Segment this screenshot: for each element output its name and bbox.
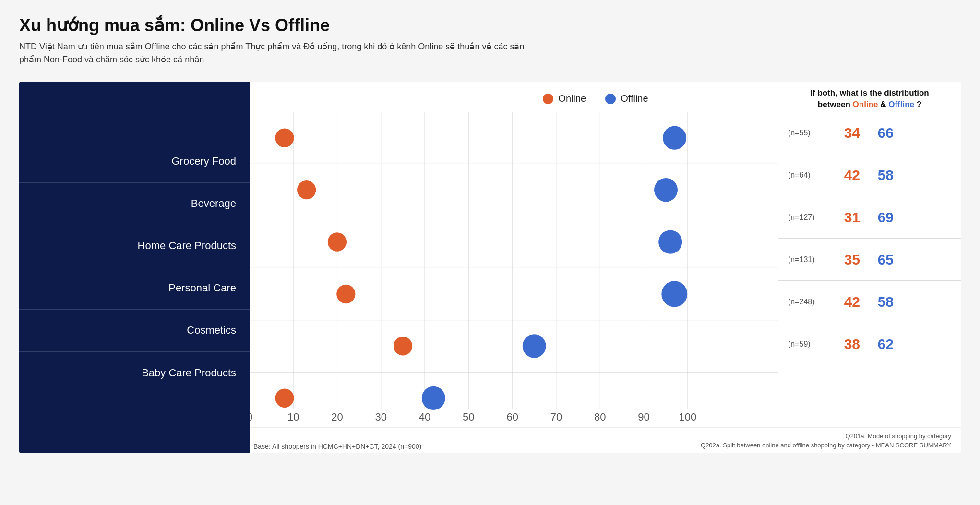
- svg-point-18: [297, 180, 316, 199]
- stat-n-homecare: (n=127): [788, 213, 826, 222]
- legend-offline-label: Offline: [621, 93, 648, 104]
- category-label-babycare: Baby Care Products: [142, 367, 236, 379]
- stat-row-grocery: (n=55) 34 66: [778, 112, 961, 154]
- stat-online-cosmetics: 42: [826, 294, 860, 310]
- svg-text:0: 0: [250, 411, 252, 423]
- category-row-babycare: Baby Care Products: [19, 352, 250, 394]
- distribution-header: If both, what is the distribution betwee…: [778, 87, 961, 110]
- plot-svg-wrapper: .grid-line { stroke: #ccc; stroke-width:…: [250, 112, 778, 425]
- svg-text:90: 90: [638, 411, 650, 423]
- stat-offline-cosmetics: 58: [860, 294, 894, 310]
- footer-left: Base: All shoppers in HCMC+HN+DN+CT, 202…: [250, 443, 421, 450]
- chart-and-stats: .grid-line { stroke: #ccc; stroke-width:…: [250, 112, 961, 425]
- dist-header-online: Online: [853, 100, 878, 109]
- svg-text:100: 100: [679, 411, 696, 423]
- svg-text:10: 10: [287, 411, 299, 423]
- stat-online-babycare: 38: [826, 336, 860, 352]
- stat-online-homecare: 31: [826, 209, 860, 226]
- category-label-personalcare: Personal Care: [168, 282, 236, 294]
- svg-point-19: [654, 178, 678, 202]
- stat-row-beverage: (n=64) 42 58: [778, 154, 961, 196]
- stat-row-homecare: (n=127) 31 69: [778, 196, 961, 239]
- svg-point-26: [275, 389, 294, 408]
- stat-offline-homecare: 69: [860, 209, 894, 226]
- stat-n-cosmetics: (n=248): [788, 298, 826, 306]
- stat-row-cosmetics: (n=248) 42 58: [778, 281, 961, 323]
- stat-offline-babycare: 62: [860, 336, 894, 352]
- dist-header-suffix: ?: [917, 100, 921, 109]
- stat-online-beverage: 42: [826, 167, 860, 183]
- offline-dot: [605, 94, 616, 104]
- dist-header-offline: Offline: [888, 100, 914, 109]
- footer-right-line2: Q202a. Split between online and offline …: [701, 441, 951, 450]
- svg-point-24: [394, 337, 412, 355]
- svg-text:60: 60: [506, 411, 518, 423]
- svg-point-17: [663, 126, 686, 150]
- svg-text:50: 50: [463, 411, 475, 423]
- category-label-grocery: Grocery Food: [172, 155, 237, 168]
- stat-n-beverage: (n=64): [788, 171, 826, 180]
- stat-offline-personalcare: 65: [860, 252, 894, 268]
- stat-row-personalcare: (n=131) 35 65: [778, 239, 961, 281]
- legend-online-label: Online: [558, 93, 586, 104]
- svg-point-23: [661, 281, 687, 307]
- legend-offline: Offline: [605, 93, 648, 104]
- stat-n-babycare: (n=59): [788, 340, 826, 349]
- svg-point-16: [275, 128, 294, 147]
- stat-offline-grocery: 66: [860, 125, 894, 141]
- stat-n-grocery: (n=55): [788, 129, 826, 137]
- footer-right-line1: Q201a. Mode of shopping by category: [701, 432, 951, 441]
- legend-online: Online: [543, 93, 586, 104]
- svg-text:70: 70: [550, 411, 562, 423]
- category-label-homecare: Home Care Products: [138, 240, 236, 252]
- svg-text:40: 40: [419, 411, 431, 423]
- svg-point-25: [523, 334, 546, 358]
- category-row-grocery: Grocery Food: [19, 141, 250, 183]
- stat-online-personalcare: 35: [826, 252, 860, 268]
- svg-point-20: [328, 232, 347, 251]
- page-title: Xu hướng mua sắm: Online Vs Offline: [19, 15, 961, 36]
- chart-container: Grocery Food Beverage Home Care Products…: [19, 82, 961, 453]
- category-row-homecare: Home Care Products: [19, 225, 250, 267]
- footer-right: Q201a. Mode of shopping by category Q202…: [701, 432, 951, 450]
- legend-row: Online Offline If both, what is the dist…: [250, 82, 961, 112]
- category-row-beverage: Beverage: [19, 183, 250, 225]
- stat-n-personalcare: (n=131): [788, 255, 826, 264]
- category-row-cosmetics: Cosmetics: [19, 310, 250, 352]
- right-panel: Online Offline If both, what is the dist…: [250, 82, 961, 453]
- stats-area: (n=55) 34 66 (n=64) 42 58 (n=127) 31 69: [778, 112, 961, 425]
- dist-header-middle: between: [818, 100, 850, 109]
- svg-point-27: [422, 386, 445, 410]
- stat-row-babycare: (n=59) 38 62: [778, 323, 961, 365]
- category-label-cosmetics: Cosmetics: [187, 324, 236, 337]
- left-panel: Grocery Food Beverage Home Care Products…: [19, 82, 250, 453]
- online-dot: [543, 94, 553, 104]
- stat-offline-beverage: 58: [860, 167, 894, 183]
- svg-text:20: 20: [331, 411, 343, 423]
- chart-svg: .grid-line { stroke: #ccc; stroke-width:…: [250, 112, 778, 425]
- footer-row: Base: All shoppers in HCMC+HN+DN+CT, 202…: [250, 427, 961, 453]
- dist-header-prefix: If both, what is the distribution: [810, 88, 929, 97]
- svg-text:30: 30: [375, 411, 387, 423]
- category-row-personalcare: Personal Care: [19, 267, 250, 310]
- category-label-beverage: Beverage: [191, 197, 236, 210]
- stat-online-grocery: 34: [826, 125, 860, 141]
- svg-text:80: 80: [594, 411, 606, 423]
- svg-point-22: [336, 285, 355, 303]
- svg-point-21: [658, 230, 682, 253]
- page-subtitle: NTD Việt Nam ưu tiên mua sắm Offline cho…: [19, 40, 547, 66]
